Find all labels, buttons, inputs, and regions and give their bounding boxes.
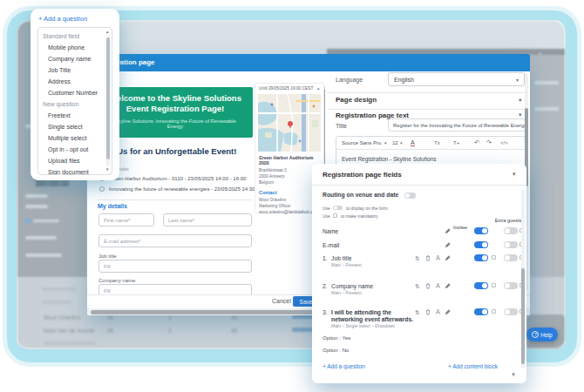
menu-item-freetext[interactable]: Freetext (38, 110, 112, 121)
extra-guests-toggle[interactable] (504, 227, 518, 234)
editor-text[interactable]: Event Registration - Skyline Solutions (342, 156, 436, 162)
chevron-down-icon: ▾ (400, 140, 403, 145)
help-label: Help (540, 332, 552, 338)
divider (327, 92, 526, 93)
menu-scrollbar[interactable] (106, 36, 110, 166)
trash-icon[interactable] (425, 283, 431, 289)
pencil-icon[interactable] (445, 309, 451, 315)
menu-scrollbar-thumb[interactable] (106, 37, 110, 159)
venue-address-line: Belgium (259, 180, 274, 185)
banner-subtitle: Skyline Solutions: Innovating the Future… (106, 118, 244, 129)
undo-icon[interactable]: ↶ (474, 139, 479, 146)
clear-format-icon[interactable]: Tx (434, 140, 440, 145)
hint-display: Use (323, 206, 330, 211)
chevron-up-icon: ▴ (519, 96, 522, 103)
title-input[interactable] (388, 118, 526, 132)
scroll-down-icon[interactable]: ▼ (105, 167, 109, 172)
pencil-icon[interactable] (445, 228, 451, 234)
menu-item-job-title[interactable]: Job Title (38, 64, 112, 76)
divider (327, 109, 526, 110)
question-icon: ? (532, 331, 539, 338)
last-name-input[interactable] (163, 213, 252, 226)
menu-item-single-select[interactable]: Single select (38, 121, 112, 132)
conditions-icon[interactable] (435, 283, 441, 289)
first-name-input[interactable] (98, 213, 154, 226)
field-row-number: 1. (323, 255, 328, 261)
routing-toggle[interactable] (404, 193, 416, 199)
menu-item-mobile-phone[interactable]: Mobile phone (38, 42, 112, 53)
panel-title: Registration page fields (323, 171, 402, 179)
cancel-button[interactable]: Cancel (272, 298, 291, 304)
conditions-icon[interactable] (435, 309, 441, 315)
add-content-block-link[interactable]: + Add content block (448, 363, 498, 369)
collapse-icon[interactable]: ▴ (317, 85, 320, 91)
menu-item-customer-number[interactable]: Customer Number (38, 87, 112, 98)
panel-scrollbar-thumb[interactable] (521, 268, 525, 364)
menu-item-company-name[interactable]: Company name (38, 53, 112, 64)
add-question-trigger[interactable]: + Add a question (38, 15, 87, 23)
job-title-input[interactable] (98, 260, 252, 273)
reorder-icon[interactable]: ⇅ (415, 255, 419, 261)
invitee-toggle[interactable] (474, 308, 488, 315)
translate-icon[interactable]: T+ (453, 140, 459, 145)
venue-map (258, 94, 321, 152)
extra-guests-toggle[interactable] (504, 254, 518, 261)
scroll-down-icon[interactable]: ▼ (511, 372, 516, 377)
trash-icon[interactable] (425, 255, 431, 261)
pencil-icon[interactable] (445, 283, 451, 289)
menu-item-opt-in-opt-out[interactable]: Opt in - opt out (38, 144, 112, 155)
menu-item-multiple-select[interactable]: Multiple select (38, 132, 112, 144)
preview-banner: Welcome to the Skyline Solutions Event R… (98, 87, 253, 138)
timeslot-option[interactable]: Green Harbor Auditorium - 0110 - 23/05/2… (109, 176, 246, 181)
pencil-icon[interactable] (445, 255, 451, 261)
language-select[interactable]: English ▾ (388, 72, 525, 86)
font-family-select[interactable]: Source Sans Pro (342, 140, 381, 145)
invitee-mandatory-checkbox[interactable] (492, 255, 496, 260)
language-value: English (394, 77, 414, 83)
redo-icon[interactable]: ↷ (486, 139, 492, 146)
email-input[interactable] (98, 234, 252, 247)
collapse-icon[interactable]: ▾ (513, 171, 516, 178)
text-color-icon[interactable]: A (411, 139, 415, 146)
menu-item-sign-document[interactable]: Sign document (38, 166, 112, 175)
timeslot-option[interactable]: Innovating the future of renewable energ… (109, 186, 273, 192)
invitee-mandatory-checkbox[interactable] (492, 309, 496, 314)
divider (312, 185, 526, 186)
invitee-mandatory-checkbox[interactable] (492, 283, 496, 287)
code-view-icon[interactable]: </> (500, 140, 508, 145)
venue-address-line: Braziliëstraat 3 (259, 168, 287, 172)
invitee-toggle[interactable] (474, 227, 488, 234)
my-details-heading: My details (98, 203, 127, 209)
question-type-list: Standard field Mobile phone Company name… (37, 27, 112, 175)
pencil-icon[interactable] (445, 242, 451, 248)
menu-item-address[interactable]: Address (38, 76, 112, 87)
font-size-select[interactable]: 12 (392, 140, 398, 145)
help-button[interactable]: ? Help (526, 328, 558, 341)
option-row: Option : Yes (323, 335, 350, 341)
reorder-icon[interactable]: ⇅ (415, 309, 419, 315)
extra-guests-toggle[interactable] (504, 308, 518, 315)
conditions-icon[interactable] (435, 255, 441, 261)
field-row-label: E-mail (323, 242, 339, 248)
radio-icon[interactable] (99, 186, 105, 192)
trash-icon[interactable] (425, 309, 431, 315)
panel-scrollbar[interactable] (521, 190, 525, 368)
title-label: Title (336, 123, 347, 129)
scroll-up-icon[interactable]: ▲ (105, 30, 109, 34)
invitee-toggle[interactable] (474, 282, 488, 289)
hint-mandatory: Use (323, 213, 330, 219)
chevron-down-icon: ▾ (384, 140, 387, 145)
extra-guests-toggle[interactable] (504, 282, 518, 289)
reorder-icon[interactable]: ⇅ (415, 283, 419, 289)
invitee-toggle[interactable] (474, 241, 488, 248)
venue-until: Until 29/05/2025 19:00 CEST (259, 86, 313, 91)
invitee-toggle[interactable] (474, 254, 488, 261)
field-row-number: 3. (323, 309, 328, 315)
venue-address-line: 2000 Antwerp (259, 174, 284, 179)
extra-guests-toggle[interactable] (504, 241, 518, 248)
section-page-design[interactable]: Page design (336, 96, 377, 104)
editor-toolbar: Source Sans Pro ▾ 12 ▾ A Tx T+ ↶ ↷ </> (336, 137, 525, 150)
add-question-link[interactable]: + Add a question (323, 363, 365, 369)
venue-name: Green Harbor Auditorium 2020 (259, 155, 322, 166)
menu-item-upload-files[interactable]: Upload files (38, 155, 112, 166)
